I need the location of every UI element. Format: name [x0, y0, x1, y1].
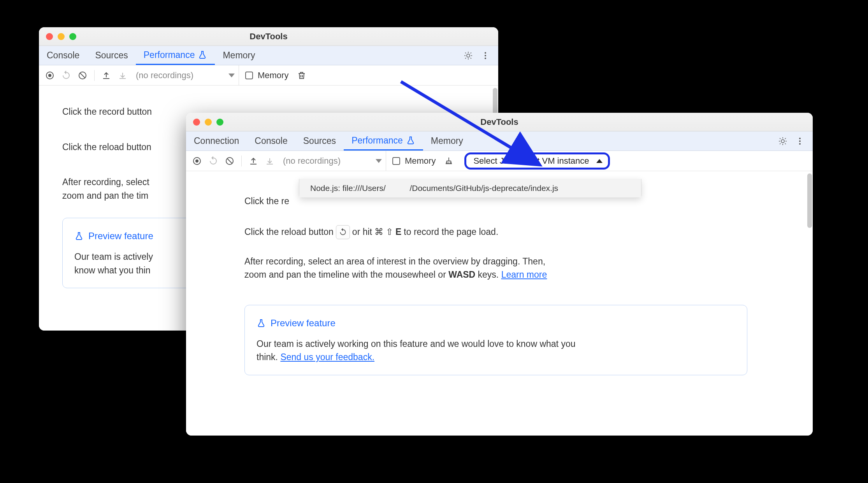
performance-toolbar: (no recordings) Memory	[39, 65, 498, 86]
flask-icon	[74, 231, 84, 241]
tab-sources[interactable]: Sources	[87, 46, 135, 65]
record-icon	[45, 71, 54, 80]
minimize-icon[interactable]	[205, 119, 212, 126]
key-e: E	[395, 225, 401, 239]
tab-performance-label: Performance	[351, 135, 403, 146]
instruction-reload-or: or hit	[352, 225, 372, 239]
more-vertical-icon	[481, 51, 490, 60]
recordings-select[interactable]: (no recordings)	[279, 151, 386, 171]
performance-toolbar: (no recordings) Memory Select JavaScript…	[186, 151, 813, 171]
clear-button[interactable]	[76, 68, 90, 82]
download-button[interactable]	[116, 68, 130, 82]
after-wasd: WASD	[448, 270, 475, 280]
download-icon	[118, 71, 127, 80]
learn-more-link[interactable]: Learn more	[501, 270, 547, 280]
tab-performance[interactable]: Performance	[136, 46, 215, 65]
feedback-link[interactable]: Send us your feedback.	[280, 352, 374, 362]
traffic-lights	[46, 33, 76, 40]
instruction-after-line2: zoom and pan the timeline with the mouse…	[244, 268, 747, 282]
preview-title: Preview feature	[271, 316, 336, 330]
upload-icon	[249, 156, 258, 166]
reload-icon	[61, 71, 71, 80]
close-icon[interactable]	[46, 33, 53, 40]
preview-body: Our team is actively working on this fea…	[257, 337, 583, 364]
more-button[interactable]	[478, 48, 493, 63]
gear-icon	[464, 51, 473, 60]
devtools-window-front: DevTools Connection Console Sources Perf…	[186, 113, 813, 436]
scrollbar[interactable]	[807, 173, 812, 228]
tab-memory[interactable]: Memory	[423, 131, 471, 150]
stop-icon	[225, 156, 234, 166]
instruction-record-text: Click the re	[244, 194, 289, 208]
download-button[interactable]	[263, 154, 277, 168]
minimize-icon[interactable]	[58, 33, 65, 40]
gear-icon	[778, 136, 787, 146]
flask-icon	[406, 136, 415, 145]
record-button[interactable]	[190, 154, 204, 168]
tab-bar: Console Sources Performance Memory	[39, 46, 498, 65]
close-icon[interactable]	[193, 119, 200, 126]
separator	[94, 70, 95, 81]
titlebar: DevTools	[39, 27, 498, 46]
upload-icon	[102, 71, 111, 80]
instruction-record: Click the re	[244, 194, 747, 208]
preview-title: Preview feature	[88, 229, 153, 243]
recordings-select[interactable]: (no recordings)	[132, 65, 239, 85]
preview-feature-card: Preview feature Our team is actively wor…	[244, 305, 747, 375]
clear-button[interactable]	[223, 154, 237, 168]
memory-checkbox[interactable]	[392, 157, 400, 165]
settings-button[interactable]	[775, 134, 790, 149]
tab-bar: Connection Console Sources Performance M…	[186, 131, 813, 151]
recordings-placeholder: (no recordings)	[283, 156, 341, 166]
reload-icon	[209, 156, 218, 166]
upload-button[interactable]	[246, 154, 260, 168]
tab-console[interactable]: Console	[39, 46, 87, 65]
separator	[241, 156, 242, 166]
performance-body: Node.js: file:///Users/ /Documents/GitHu…	[186, 171, 813, 436]
trash-icon	[297, 71, 306, 80]
upload-button[interactable]	[99, 68, 113, 82]
collect-garbage-button[interactable]	[442, 154, 456, 168]
memory-label: Memory	[405, 156, 436, 166]
instruction-reload: Click the reload button or hit ⌘ ⇧ E to …	[244, 225, 747, 239]
titlebar: DevTools	[186, 113, 813, 131]
key-cmd: ⌘	[374, 225, 383, 239]
record-button[interactable]	[43, 68, 57, 82]
tab-connection[interactable]: Connection	[186, 131, 247, 150]
instruction-reload-suffix: to record the page load.	[404, 225, 498, 239]
reload-key-icon	[336, 225, 350, 239]
recordings-placeholder: (no recordings)	[136, 70, 193, 80]
window-title: DevTools	[39, 32, 498, 42]
more-button[interactable]	[792, 134, 807, 149]
vm-instance-select[interactable]: Select JavaScript VM instance	[464, 152, 610, 170]
chevron-down-icon	[228, 74, 235, 77]
download-icon	[265, 156, 274, 166]
stop-icon	[78, 71, 87, 80]
memory-checkbox[interactable]	[245, 72, 253, 79]
broom-icon	[444, 156, 453, 166]
more-vertical-icon	[795, 136, 805, 146]
tab-performance-label: Performance	[144, 50, 195, 60]
traffic-lights	[193, 119, 223, 126]
after-line2-b: keys.	[475, 270, 501, 280]
after-line2-a: zoom and pan the timeline with the mouse…	[244, 270, 448, 280]
window-title: DevTools	[186, 117, 813, 127]
flask-icon	[257, 318, 266, 328]
instruction-after-line1: After recording, select an area of inter…	[244, 255, 747, 268]
maximize-icon[interactable]	[69, 33, 76, 40]
memory-label: Memory	[258, 70, 288, 80]
settings-button[interactable]	[461, 48, 476, 63]
record-icon	[192, 156, 202, 166]
flask-icon	[198, 50, 207, 60]
maximize-icon[interactable]	[216, 119, 223, 126]
tab-memory[interactable]: Memory	[215, 46, 263, 65]
tab-performance[interactable]: Performance	[344, 131, 423, 150]
tab-sources[interactable]: Sources	[295, 131, 344, 150]
tab-console[interactable]: Console	[247, 131, 295, 150]
reload-icon	[339, 228, 347, 236]
reload-button[interactable]	[59, 68, 73, 82]
vm-select-label: Select JavaScript VM instance	[473, 156, 589, 166]
trash-button[interactable]	[295, 68, 309, 82]
reload-button[interactable]	[206, 154, 220, 168]
instruction-reload-prefix: Click the reload button	[244, 225, 334, 239]
